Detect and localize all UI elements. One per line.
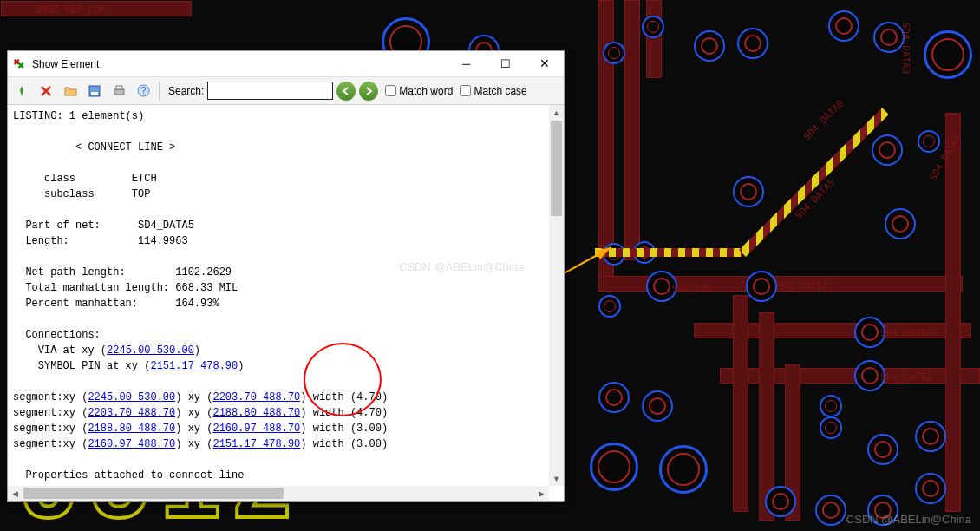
coord-link[interactable]: 2151.17 478.90 bbox=[212, 438, 300, 450]
show-element-window: Show Element ─ ☐ ✕ ? Search: bbox=[7, 50, 565, 502]
svg-marker-6 bbox=[20, 86, 23, 96]
search-input[interactable] bbox=[207, 82, 333, 100]
net-label: SD4_CMD bbox=[672, 283, 712, 294]
coord-link[interactable]: 2245.00 530.00 bbox=[107, 344, 194, 357]
app-icon bbox=[13, 57, 27, 71]
match-case-checkbox[interactable]: Match case bbox=[460, 85, 526, 97]
svg-rect-10 bbox=[116, 86, 122, 89]
horizontal-scrollbar[interactable]: ◀▶ bbox=[8, 486, 549, 501]
search-next-button[interactable] bbox=[359, 82, 378, 101]
svg-text:?: ? bbox=[140, 86, 146, 95]
highlighted-track-horiz bbox=[595, 248, 742, 257]
delete-icon[interactable] bbox=[36, 81, 56, 102]
window-title: Show Element bbox=[32, 58, 447, 70]
search-prev-button[interactable] bbox=[336, 82, 356, 101]
help-icon[interactable]: ? bbox=[133, 81, 154, 102]
coord-link[interactable]: 2188.80 488.70 bbox=[88, 423, 175, 435]
save-icon[interactable] bbox=[84, 81, 105, 102]
vertical-scrollbar[interactable]: ▲▼ bbox=[549, 105, 564, 486]
net-label: SD4_DATA4 bbox=[776, 281, 828, 292]
net-label: SD4_DATA6 bbox=[880, 327, 932, 338]
net-label: SD4_DATA2 bbox=[880, 371, 932, 383]
watermark-corner: CSDN @ABELin@China bbox=[846, 513, 971, 526]
toolbar: ? Search: Match word Match case bbox=[8, 77, 564, 105]
close-button[interactable]: ✕ bbox=[525, 52, 564, 76]
coord-link[interactable]: 2160.97 488.70 bbox=[212, 423, 300, 435]
match-word-checkbox[interactable]: Match word bbox=[385, 85, 453, 97]
coord-link[interactable]: 2203.70 488.70 bbox=[212, 391, 300, 403]
print-icon[interactable] bbox=[108, 81, 129, 102]
coord-link[interactable]: 2160.97 488.70 bbox=[88, 438, 175, 450]
search-label: Search: bbox=[168, 85, 204, 97]
coord-link[interactable]: 2151.17 478.90 bbox=[150, 360, 238, 372]
svg-rect-8 bbox=[91, 92, 98, 95]
maximize-button[interactable]: ☐ bbox=[486, 52, 525, 76]
listing-content[interactable]: LISTING: 1 element(s) < CONNECT LINE > c… bbox=[8, 105, 549, 486]
net-label: ENET_REF_CLK bbox=[36, 3, 105, 15]
minimize-button[interactable]: ─ bbox=[447, 52, 486, 76]
coord-link[interactable]: 2245.00 530.00 bbox=[88, 391, 175, 403]
watermark-center: CSDN @ABELin@China bbox=[399, 260, 524, 273]
svg-rect-9 bbox=[114, 89, 124, 95]
coord-link[interactable]: 2203.70 488.70 bbox=[88, 407, 175, 419]
pin-icon[interactable] bbox=[11, 81, 32, 102]
open-icon[interactable] bbox=[60, 81, 81, 102]
net-label: SD4_DATA3 bbox=[900, 23, 911, 75]
coord-link[interactable]: 2188.80 488.70 bbox=[212, 407, 300, 419]
titlebar[interactable]: Show Element ─ ☐ ✕ bbox=[8, 51, 564, 77]
